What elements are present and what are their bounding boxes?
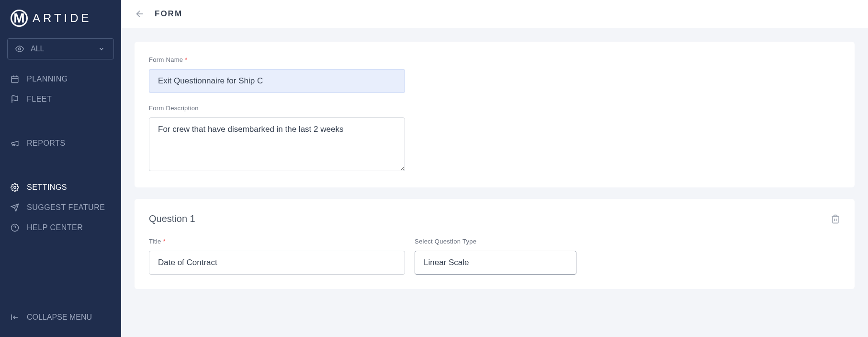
collapse-icon [11, 313, 19, 322]
question-card: Question 1 Title * [135, 199, 855, 289]
logo-text: ARTIDE [33, 12, 92, 25]
collapse-menu-button[interactable]: COLLAPSE MENU [0, 307, 121, 327]
eye-icon [15, 45, 24, 53]
form-description-input[interactable] [149, 117, 405, 171]
gear-icon [11, 183, 19, 192]
required-mark: * [185, 56, 187, 63]
sidebar-item-label: FLEET [27, 95, 52, 104]
form-info-card: Form Name * Form Description [135, 42, 855, 187]
page-title: FORM [155, 9, 182, 19]
question-title-input[interactable] [149, 251, 405, 275]
sidebar-item-fleet[interactable]: FLEET [0, 89, 121, 109]
all-selector-label: ALL [31, 45, 44, 53]
delete-question-button[interactable] [831, 214, 840, 224]
question-type-col: Select Question Type [415, 238, 576, 275]
megaphone-icon [11, 139, 19, 148]
sidebar-item-settings[interactable]: SETTINGS [0, 177, 121, 198]
help-icon [11, 223, 19, 232]
collapse-menu-label: COLLAPSE MENU [27, 313, 92, 322]
sidebar-item-label: SETTINGS [27, 183, 67, 192]
chevron-down-icon [97, 45, 106, 53]
required-mark: * [163, 238, 166, 245]
question-fields-row: Title * Select Question Type [149, 238, 840, 275]
sidebar-item-label: HELP CENTER [27, 223, 83, 232]
form-description-label: Form Description [149, 105, 840, 112]
flag-icon [11, 95, 19, 104]
form-name-group: Form Name * [149, 56, 840, 93]
svg-point-0 [19, 48, 21, 50]
send-icon [11, 203, 19, 212]
form-name-input[interactable] [149, 69, 405, 93]
nav-section-1: PLANNING FLEET [0, 69, 121, 109]
question-header: Question 1 [149, 213, 840, 224]
all-selector-dropdown[interactable]: ALL [7, 38, 114, 59]
form-description-group: Form Description [149, 105, 840, 173]
question-type-select[interactable] [415, 251, 576, 275]
svg-rect-1 [11, 76, 18, 83]
question-type-label: Select Question Type [415, 238, 576, 245]
logo[interactable]: M ARTIDE [0, 10, 121, 27]
question-heading: Question 1 [149, 213, 195, 224]
sidebar: M ARTIDE ALL [0, 0, 121, 337]
sidebar-item-planning[interactable]: PLANNING [0, 69, 121, 89]
calendar-icon [11, 75, 19, 83]
main-area: FORM Form Name * Form Description Questi… [121, 0, 868, 337]
nav-section-2: REPORTS [0, 133, 121, 153]
sidebar-item-help-center[interactable]: HELP CENTER [0, 218, 121, 238]
sidebar-item-reports[interactable]: REPORTS [0, 133, 121, 153]
svg-point-6 [14, 186, 16, 189]
nav-section-3: SETTINGS SUGGEST FEATURE HELP CENTER [0, 177, 121, 238]
sidebar-item-suggest-feature[interactable]: SUGGEST FEATURE [0, 198, 121, 218]
sidebar-item-label: SUGGEST FEATURE [27, 203, 105, 212]
question-title-col: Title * [149, 238, 405, 275]
content-area: Form Name * Form Description Question 1 [121, 28, 868, 337]
question-title-label: Title * [149, 238, 405, 245]
form-name-label: Form Name * [149, 56, 840, 63]
sidebar-item-label: PLANNING [27, 75, 68, 83]
logo-icon: M [11, 10, 28, 27]
sidebar-item-label: REPORTS [27, 139, 66, 148]
page-header: FORM [121, 0, 868, 28]
back-button[interactable] [135, 9, 145, 19]
